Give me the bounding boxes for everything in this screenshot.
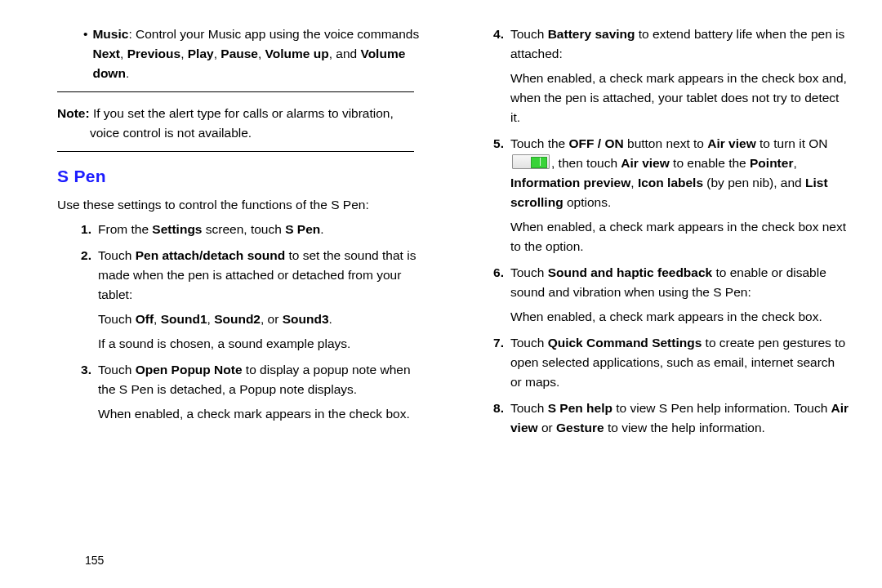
step-text: When enabled, a check mark appears in th… xyxy=(98,404,429,424)
step-number: 2. xyxy=(77,246,91,359)
step-body: Touch Open Popup Note to display a popup… xyxy=(98,360,429,429)
step-body: Touch the OFF / ON button next to Air vi… xyxy=(510,134,849,261)
left-column: • Music: Control your Music app using th… xyxy=(57,24,453,568)
step-body: From the Settings screen, touch S Pen. xyxy=(98,220,429,244)
step-text: Touch Pen attach/detach sound to set the… xyxy=(98,246,429,305)
step-body: Touch Sound and haptic feedback to enabl… xyxy=(510,263,849,332)
step-text: If a sound is chosen, a sound example pl… xyxy=(98,334,429,354)
step-text: Touch Quick Command Settings to create p… xyxy=(510,333,849,392)
step-body: Touch Quick Command Settings to create p… xyxy=(510,333,849,397)
section-heading-s-pen: S Pen xyxy=(57,163,429,190)
page-number: 155 xyxy=(85,554,104,567)
numbered-step: 3.Touch Open Popup Note to display a pop… xyxy=(77,360,429,429)
music-bullet: • Music: Control your Music app using th… xyxy=(83,24,429,83)
note-line-2: voice control is not available. xyxy=(90,123,429,143)
note-line-1: Note: If you set the alert type for call… xyxy=(57,104,429,123)
steps-left: 1.From the Settings screen, touch S Pen.… xyxy=(57,220,429,429)
step-number: 6. xyxy=(489,263,504,332)
manual-page: • Music: Control your Music app using th… xyxy=(0,0,882,588)
step-body: Touch Battery saving to extend battery l… xyxy=(510,24,849,132)
numbered-step: 2.Touch Pen attach/detach sound to set t… xyxy=(77,246,429,359)
step-text: When enabled, a check mark appears in th… xyxy=(510,217,849,256)
step-number: 5. xyxy=(489,134,504,261)
step-number: 7. xyxy=(489,333,504,397)
numbered-step: 4.Touch Battery saving to extend battery… xyxy=(489,24,849,132)
step-body: Touch Pen attach/detach sound to set the… xyxy=(98,246,429,359)
step-text: From the Settings screen, touch S Pen. xyxy=(98,220,429,239)
step-number: 4. xyxy=(489,24,504,132)
step-text: Touch S Pen help to view S Pen help info… xyxy=(510,399,849,438)
step-number: 3. xyxy=(77,360,91,429)
numbered-step: 6.Touch Sound and haptic feedback to ena… xyxy=(489,263,849,332)
note-block: Note: If you set the alert type for call… xyxy=(57,104,429,143)
numbered-step: 8.Touch S Pen help to view S Pen help in… xyxy=(489,399,849,443)
step-body: Touch S Pen help to view S Pen help info… xyxy=(510,399,849,443)
step-number: 8. xyxy=(489,399,504,443)
numbered-step: 5.Touch the OFF / ON button next to Air … xyxy=(489,134,849,261)
section-intro: Use these settings to control the functi… xyxy=(57,195,429,215)
bullet-dot: • xyxy=(83,24,87,83)
step-number: 1. xyxy=(77,220,91,244)
divider-bottom xyxy=(57,151,414,152)
step-text: Touch Off, Sound1, Sound2, or Sound3. xyxy=(98,310,429,329)
steps-right: 4.Touch Battery saving to extend battery… xyxy=(470,24,849,443)
divider-top xyxy=(57,91,414,92)
step-text: When enabled, a check mark appears in th… xyxy=(510,69,849,127)
numbered-step: 7.Touch Quick Command Settings to create… xyxy=(489,333,849,397)
numbered-step: 1.From the Settings screen, touch S Pen. xyxy=(77,220,429,244)
toggle-on-icon xyxy=(512,154,550,169)
step-text: Touch Battery saving to extend battery l… xyxy=(510,24,849,64)
step-text: Touch Sound and haptic feedback to enabl… xyxy=(510,263,849,302)
step-text: Touch the OFF / ON button next to Air vi… xyxy=(510,134,849,212)
step-text: Touch Open Popup Note to display a popup… xyxy=(98,360,429,399)
music-bullet-text: Music: Control your Music app using the … xyxy=(92,24,429,83)
right-column: 4.Touch Battery saving to extend battery… xyxy=(453,24,849,568)
step-text: When enabled, a check mark appears in th… xyxy=(510,307,849,327)
